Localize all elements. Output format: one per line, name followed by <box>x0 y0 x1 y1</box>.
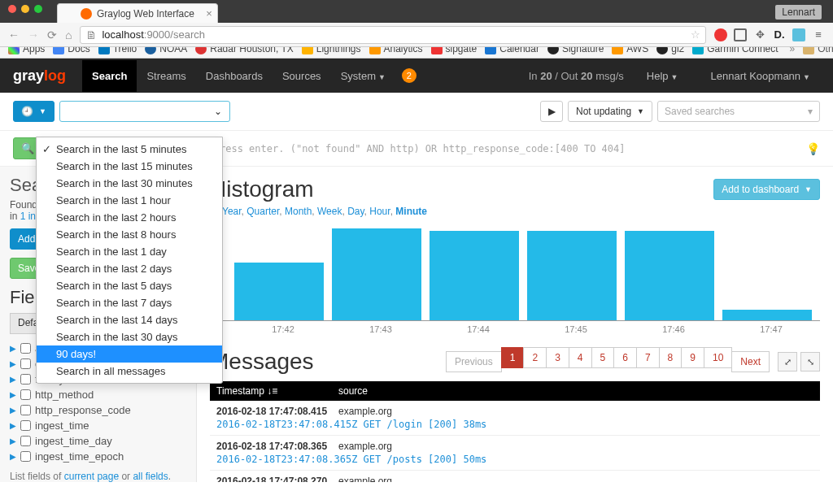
field-checkbox[interactable] <box>20 389 31 400</box>
nav-sources[interactable]: Sources <box>273 60 331 92</box>
update-interval-button[interactable]: Not updating▼ <box>568 101 652 122</box>
sort-desc-icon: ↓≡ <box>267 385 277 397</box>
gran-year[interactable]: Year <box>222 206 242 217</box>
message-row[interactable]: 2016-02-18 17:47:08.415example.org2016-0… <box>210 401 820 436</box>
opera-icon[interactable] <box>714 28 727 41</box>
lightbulb-icon[interactable]: 💡 <box>806 142 820 155</box>
forward-icon[interactable]: → <box>28 28 39 41</box>
gran-week[interactable]: Week <box>317 206 342 217</box>
all-fields-link[interactable]: all fields <box>133 471 168 482</box>
s-ext-icon[interactable] <box>792 28 805 41</box>
nav-search[interactable]: Search <box>82 60 137 92</box>
page-prev[interactable]: Previous <box>446 351 502 372</box>
page-10[interactable]: 10 <box>704 347 732 368</box>
reload-icon[interactable]: ⟳ <box>47 28 57 41</box>
expand-icon[interactable]: ⤢ <box>778 352 797 371</box>
d-ext-icon[interactable]: D. <box>773 28 786 41</box>
timerange-option[interactable]: Search in the last 2 days <box>37 260 222 277</box>
page-1[interactable]: 1 <box>501 347 525 368</box>
chevron-right-icon: ▶ <box>10 452 16 461</box>
histogram-bar[interactable] <box>625 231 714 320</box>
cast-icon[interactable] <box>734 28 747 41</box>
timerange-option[interactable]: Search in the last 1 day <box>37 243 222 260</box>
field-item[interactable]: ▶ingest_time_day <box>10 433 186 449</box>
timerange-option[interactable]: 90 days! <box>37 345 222 363</box>
move-icon[interactable]: ✥ <box>753 28 766 41</box>
field-item[interactable]: ▶http_response_code <box>10 402 186 418</box>
timerange-select-button[interactable]: ⌄ <box>59 101 230 122</box>
nav-help[interactable]: Help▼ <box>637 60 688 92</box>
message-row[interactable]: 2016-02-18 17:47:08.365example.org2016-0… <box>210 436 820 471</box>
timerange-option[interactable]: Search in the last 30 days <box>37 328 222 345</box>
close-window-icon[interactable] <box>8 5 16 13</box>
timerange-option[interactable]: Search in the last 1 hour <box>37 192 222 209</box>
page-4[interactable]: 4 <box>569 347 592 368</box>
field-item[interactable]: ▶ingest_time_epoch <box>10 449 186 464</box>
saved-searches-select[interactable]: Saved searches▾ <box>657 101 820 122</box>
field-checkbox[interactable] <box>20 451 31 462</box>
brand-logo[interactable]: graylog <box>13 67 66 85</box>
page-9[interactable]: 9 <box>681 347 704 368</box>
field-checkbox[interactable] <box>20 358 31 369</box>
menu-icon[interactable]: ≡ <box>812 28 825 41</box>
gran-hour[interactable]: Hour <box>369 206 390 217</box>
timerange-type-button[interactable]: 🕘▼ <box>13 101 55 122</box>
field-checkbox[interactable] <box>20 420 31 431</box>
minimize-window-icon[interactable] <box>21 5 29 13</box>
profile-badge[interactable]: Lennart <box>775 5 822 20</box>
field-checkbox[interactable] <box>20 405 31 415</box>
page-3[interactable]: 3 <box>546 347 569 368</box>
field-item[interactable]: ▶ingest_time <box>10 418 186 433</box>
message-row[interactable]: 2016-02-18 17:47:08.270example.org <box>210 471 820 482</box>
field-checkbox[interactable] <box>20 343 31 354</box>
bookmark-star-icon[interactable]: ☆ <box>691 28 700 41</box>
collapse-icon[interactable]: ⤡ <box>800 352 820 371</box>
histogram-bar[interactable] <box>332 228 421 320</box>
timerange-option[interactable]: Search in the last 15 minutes <box>37 158 222 175</box>
field-checkbox[interactable] <box>20 374 31 385</box>
th-source[interactable]: source <box>338 385 813 397</box>
timerange-option[interactable]: Search in the last 8 hours <box>37 226 222 243</box>
browser-tab[interactable]: Graylog Web Interface × <box>57 3 218 23</box>
page-next[interactable]: Next <box>731 351 770 372</box>
back-icon[interactable]: ← <box>8 28 20 41</box>
histogram-bar[interactable] <box>430 231 519 320</box>
histogram-bar[interactable] <box>722 310 812 320</box>
nav-dashboards[interactable]: Dashboards <box>196 60 273 92</box>
nav-streams[interactable]: Streams <box>137 60 195 92</box>
notification-badge[interactable]: 2 <box>402 68 416 83</box>
page-5[interactable]: 5 <box>591 347 615 368</box>
nav-user[interactable]: Lennart Koopmann▼ <box>700 60 820 92</box>
histogram-chart[interactable]: 4K 3K 2K 1K <box>210 224 820 321</box>
add-to-dashboard-button[interactable]: Add to dashboard▼ <box>713 179 820 200</box>
gran-day[interactable]: Day <box>347 206 364 217</box>
play-button[interactable]: ▶ <box>540 101 563 122</box>
maximize-window-icon[interactable] <box>34 5 42 13</box>
field-checkbox[interactable] <box>20 436 31 446</box>
timerange-option[interactable]: Search in the last 2 hours <box>37 209 222 226</box>
page-6[interactable]: 6 <box>613 347 637 368</box>
timerange-option[interactable]: Search in the last 14 days <box>37 311 222 328</box>
current-page-link[interactable]: current page <box>64 471 119 482</box>
field-name: ingest_time_epoch <box>35 450 124 463</box>
page-2[interactable]: 2 <box>523 347 547 368</box>
timerange-option[interactable]: Search in the last 30 minutes <box>37 175 222 192</box>
histogram-bar[interactable] <box>234 263 324 320</box>
url-input[interactable]: 🗎 localhost:9000/search ☆ <box>80 26 706 44</box>
gran-minute[interactable]: Minute <box>395 206 427 217</box>
nav-system[interactable]: System▼ <box>331 60 395 92</box>
timerange-option[interactable]: Search in the last 5 days <box>37 277 222 294</box>
close-tab-icon[interactable]: × <box>206 7 212 20</box>
timerange-option[interactable]: Search in all messages <box>37 363 222 380</box>
timerange-option[interactable]: Search in the last 5 minutes <box>37 141 222 158</box>
timerange-option[interactable]: Search in the last 7 days <box>37 294 222 311</box>
th-timestamp[interactable]: Timestamp ↓≡ <box>216 385 338 397</box>
gran-month[interactable]: Month <box>285 206 312 217</box>
page-8[interactable]: 8 <box>659 347 683 368</box>
histogram-bar[interactable] <box>527 231 617 320</box>
gran-quarter[interactable]: Quarter <box>246 206 279 217</box>
favicon-icon <box>81 8 92 20</box>
home-icon[interactable]: ⌂ <box>65 28 72 41</box>
page-7[interactable]: 7 <box>636 347 660 368</box>
field-item[interactable]: ▶http_method <box>10 387 186 402</box>
